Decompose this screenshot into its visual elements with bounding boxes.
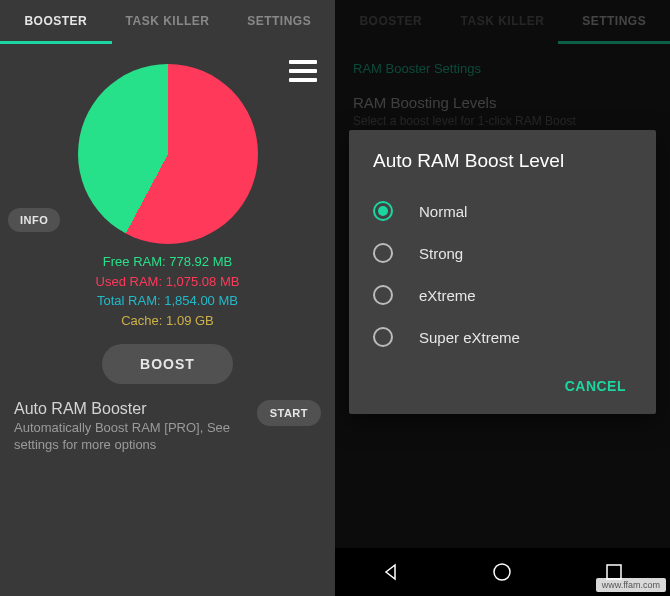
tab-settings[interactable]: SETTINGS xyxy=(223,0,335,44)
radio-label: Normal xyxy=(419,203,467,220)
start-button[interactable]: START xyxy=(257,400,321,426)
stat-cache: Cache: 1.09 GB xyxy=(14,311,321,331)
info-button[interactable]: INFO xyxy=(8,208,60,232)
radio-icon xyxy=(373,327,393,347)
stat-used: Used RAM: 1,075.08 MB xyxy=(14,272,321,292)
booster-screen: BOOSTER TASK KILLER SETTINGS INFO Free R… xyxy=(0,0,335,596)
svg-rect-1 xyxy=(607,565,621,579)
radio-icon xyxy=(373,285,393,305)
auto-ram-section: Auto RAM Booster Automatically Boost RAM… xyxy=(14,400,321,454)
radio-label: Strong xyxy=(419,245,463,262)
radio-icon xyxy=(373,201,393,221)
boost-level-dialog: Auto RAM Boost Level Normal Strong eXtre… xyxy=(349,130,656,414)
nav-back-icon[interactable] xyxy=(361,556,421,588)
pie-graphic xyxy=(78,64,258,244)
radio-label: Super eXtreme xyxy=(419,329,520,346)
auto-ram-subtitle: Automatically Boost RAM [PRO], See setti… xyxy=(14,420,244,454)
radio-label: eXtreme xyxy=(419,287,476,304)
radio-option-super-extreme[interactable]: Super eXtreme xyxy=(373,316,632,358)
booster-content: INFO Free RAM: 778.92 MB Used RAM: 1,075… xyxy=(0,44,335,468)
tab-task-killer[interactable]: TASK KILLER xyxy=(112,0,224,44)
stat-total: Total RAM: 1,854.00 MB xyxy=(14,291,321,311)
settings-screen: BOOSTER TASK KILLER SETTINGS RAM Booster… xyxy=(335,0,670,596)
tab-booster[interactable]: BOOSTER xyxy=(0,0,112,44)
svg-point-0 xyxy=(494,564,510,580)
radio-option-strong[interactable]: Strong xyxy=(373,232,632,274)
radio-option-normal[interactable]: Normal xyxy=(373,190,632,232)
radio-option-extreme[interactable]: eXtreme xyxy=(373,274,632,316)
ram-stats: Free RAM: 778.92 MB Used RAM: 1,075.08 M… xyxy=(14,252,321,330)
tab-bar: BOOSTER TASK KILLER SETTINGS xyxy=(0,0,335,44)
ram-pie-chart xyxy=(14,64,321,244)
dialog-title: Auto RAM Boost Level xyxy=(373,150,632,172)
nav-home-icon[interactable] xyxy=(472,556,532,588)
cancel-button[interactable]: CANCEL xyxy=(559,368,632,404)
radio-icon xyxy=(373,243,393,263)
watermark: www.ffam.com xyxy=(596,578,666,592)
stat-free: Free RAM: 778.92 MB xyxy=(14,252,321,272)
dialog-actions: CANCEL xyxy=(373,368,632,404)
boost-button[interactable]: BOOST xyxy=(102,344,233,384)
